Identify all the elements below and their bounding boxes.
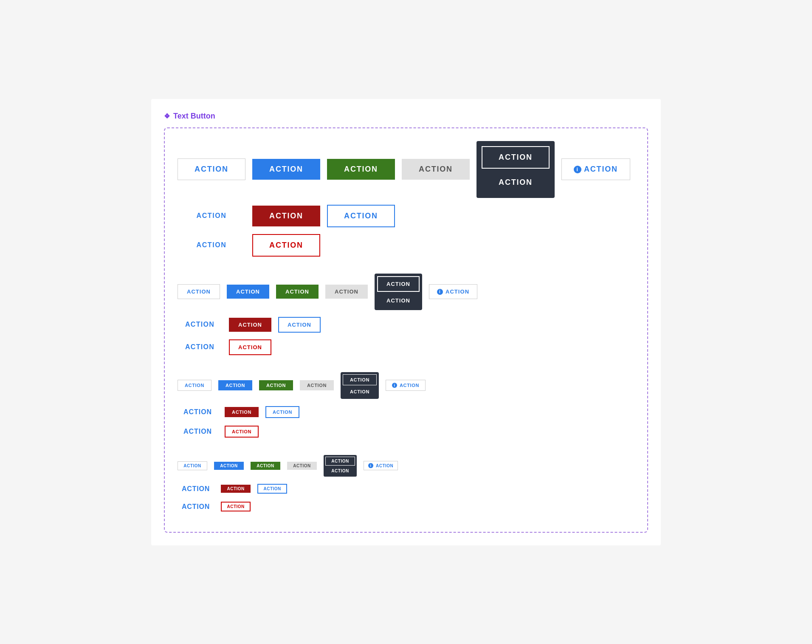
btn-sm-link[interactable]: ACTION [178,406,218,418]
btn-md-danger[interactable]: ACTION [229,318,271,332]
btn-lg-link-2[interactable]: ACTION [178,235,245,255]
page-wrapper: ❖ Text Button ACTION ACTION ACTION ACTIO… [151,99,661,545]
btn-md-outline-primary[interactable]: ACTION [178,284,220,299]
large-row-3: ACTION ACTION [178,234,634,257]
btn-md-primary[interactable]: ACTION [227,285,269,299]
btn-md-info-label: ACTION [445,288,469,295]
medium-buttons-section: ACTION ACTION ACTION ACTION ACTION ACTIO… [178,274,634,355]
btn-sm-gray[interactable]: ACTION [300,380,334,390]
btn-sm-primary[interactable]: ACTION [218,380,252,390]
large-row-1: ACTION ACTION ACTION ACTION ACTION ACTIO… [178,141,634,198]
btn-sm-outline-primary[interactable]: ACTION [178,380,211,391]
btn-md-success[interactable]: ACTION [276,285,319,299]
small-buttons-section: ACTION ACTION ACTION ACTION ACTION ACTIO… [178,372,634,438]
btn-lg-link[interactable]: ACTION [178,206,245,226]
btn-md-dark-outline[interactable]: ACTION [377,276,420,292]
info-icon-xs: i [368,463,373,468]
small-row-3: ACTION ACTION [178,425,634,438]
btn-sm-dark-plain[interactable]: ACTION [343,387,377,397]
xs-row-2: ACTION ACTION ACTION [178,483,634,494]
xs-buttons-section: ACTION ACTION ACTION ACTION ACTION ACTIO… [178,455,634,512]
btn-xs-link[interactable]: ACTION [178,483,214,494]
dark-panel-lg: ACTION ACTION [476,141,555,198]
btn-xs-dark-outline[interactable]: ACTION [325,457,355,466]
dark-panel-md: ACTION ACTION [375,274,422,310]
btn-lg-outline-danger[interactable]: ACTION [252,234,320,257]
info-icon-md: i [437,289,443,295]
btn-sm-link-2[interactable]: ACTION [178,425,218,438]
btn-xs-danger[interactable]: ACTION [221,485,251,493]
btn-sm-info[interactable]: i ACTION [386,380,426,391]
btn-lg-outline-primary[interactable]: ACTION [178,158,245,180]
btn-sm-dark-outline[interactable]: ACTION [343,374,377,385]
section-title: ❖ Text Button [164,112,648,121]
btn-xs-link-2[interactable]: ACTION [178,501,214,512]
btn-xs-gray[interactable]: ACTION [287,462,317,470]
btn-sm-success[interactable]: ACTION [259,380,293,390]
btn-sm-info-label: ACTION [400,383,419,388]
btn-sm-outline-border[interactable]: ACTION [265,406,299,418]
btn-md-gray[interactable]: ACTION [325,285,368,299]
info-icon-sm: i [392,383,397,388]
dark-panel-xs: ACTION ACTION [324,455,357,477]
btn-md-dark-plain[interactable]: ACTION [377,294,420,308]
medium-row-1: ACTION ACTION ACTION ACTION ACTION ACTIO… [178,274,634,310]
info-icon-lg: i [574,166,581,173]
xs-row-1: ACTION ACTION ACTION ACTION ACTION ACTIO… [178,455,634,477]
btn-xs-success[interactable]: ACTION [251,462,280,470]
btn-md-link[interactable]: ACTION [178,317,222,332]
btn-lg-dark-plain[interactable]: ACTION [482,172,550,193]
btn-md-link-2[interactable]: ACTION [178,339,222,355]
btn-xs-info[interactable]: i ACTION [364,461,398,470]
btn-xs-outline-primary[interactable]: ACTION [178,461,207,470]
btn-sm-outline-danger[interactable]: ACTION [225,426,259,438]
btn-md-outline-border[interactable]: ACTION [278,317,321,333]
medium-row-2: ACTION ACTION ACTION [178,317,634,333]
large-buttons-section: ACTION ACTION ACTION ACTION ACTION ACTIO… [178,141,634,257]
btn-xs-outline-danger[interactable]: ACTION [221,502,251,511]
small-row-1: ACTION ACTION ACTION ACTION ACTION ACTIO… [178,372,634,399]
medium-row-3: ACTION ACTION [178,339,634,355]
btn-lg-info-label: ACTION [584,165,618,174]
button-container: ACTION ACTION ACTION ACTION ACTION ACTIO… [164,127,648,533]
btn-xs-dark-plain[interactable]: ACTION [325,467,355,475]
title-text: Text Button [173,112,215,121]
btn-lg-dark-outline[interactable]: ACTION [482,146,550,169]
large-row-2: ACTION ACTION ACTION [178,205,634,227]
btn-xs-primary[interactable]: ACTION [214,462,244,470]
btn-xs-info-label: ACTION [376,463,393,468]
btn-sm-danger[interactable]: ACTION [225,407,259,417]
small-row-2: ACTION ACTION ACTION [178,406,634,418]
btn-lg-info[interactable]: i ACTION [561,158,630,180]
btn-lg-outline-border[interactable]: ACTION [327,205,395,227]
btn-lg-primary[interactable]: ACTION [252,159,320,180]
diamond-icon: ❖ [164,112,170,120]
dark-panel-sm: ACTION ACTION [341,372,379,399]
btn-md-outline-danger[interactable]: ACTION [229,339,271,355]
xs-row-3: ACTION ACTION [178,501,634,512]
btn-lg-gray[interactable]: ACTION [402,159,470,180]
btn-lg-danger[interactable]: ACTION [252,206,320,226]
btn-md-info[interactable]: i ACTION [429,284,477,299]
btn-lg-success[interactable]: ACTION [327,159,395,180]
btn-xs-outline-border[interactable]: ACTION [257,484,287,494]
